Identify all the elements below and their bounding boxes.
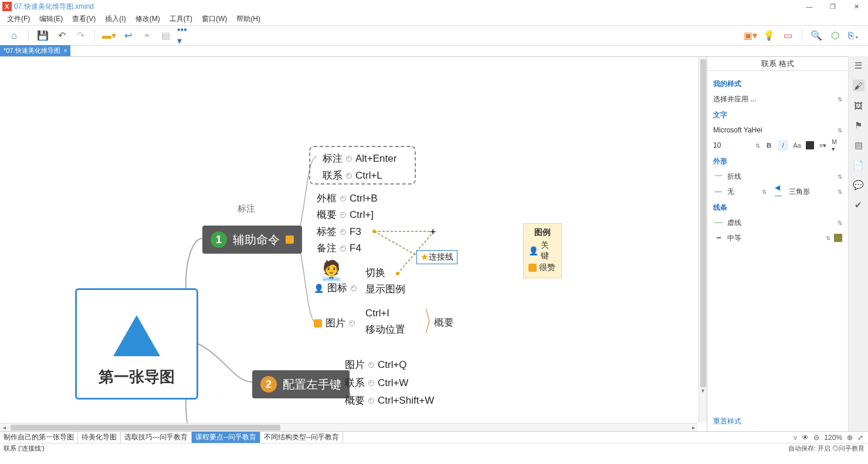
expand-icon[interactable]	[346, 156, 352, 162]
callout-label[interactable]: 标注	[238, 203, 255, 214]
menu-file[interactable]: 文件(F)	[2, 14, 35, 24]
sheet-tab-1[interactable]: 制作自己的第一张导图	[0, 432, 78, 443]
redo-icon[interactable]: ↷	[73, 29, 87, 43]
mindmap-canvas[interactable]: 第一张导图 标注 1 辅助命令 2 配置左手键 3 画布操作 标注Alt+Ent…	[0, 56, 707, 431]
sheet-tab-2[interactable]: 待美化导图	[78, 432, 121, 443]
zoom-level[interactable]: 120%	[824, 434, 842, 442]
leaf-biaozhu[interactable]: 标注Alt+Enter	[323, 152, 396, 165]
line-color-swatch[interactable]	[834, 234, 842, 242]
chevron-down-icon[interactable]: ⇅	[838, 189, 842, 195]
arrow-start-select[interactable]: 无	[727, 187, 734, 197]
more-icon[interactable]: ••• ▾	[177, 29, 191, 43]
case-button[interactable]: Aa	[792, 140, 802, 151]
document-tab-close[interactable]: ×	[64, 47, 67, 54]
expand-icon[interactable]	[368, 398, 374, 404]
fit-button[interactable]: ⤢	[857, 434, 863, 442]
sheet-tab-5[interactable]: 不同结构类型--问乎教育	[260, 432, 343, 443]
leaf-tupian-sub1[interactable]: Ctrl+I	[365, 308, 389, 319]
leaf-lianxi[interactable]: 联系Ctrl+L	[323, 169, 382, 182]
line-weight-select[interactable]: ━中等⇅	[713, 230, 842, 245]
flag-icon[interactable]: ⚑	[853, 120, 864, 131]
close-button[interactable]: ✕	[845, 0, 868, 13]
summary-label[interactable]: 概要	[434, 316, 454, 329]
font-select[interactable]: Microsoft YaHei⇅	[713, 122, 842, 138]
leaf-tupian[interactable]: 图片	[314, 316, 355, 330]
expand-icon[interactable]	[346, 173, 352, 179]
zoom-out-button[interactable]: ⊖	[813, 434, 819, 442]
card-icon[interactable]: ▭	[781, 29, 795, 43]
expand-icon[interactable]	[340, 245, 346, 251]
leaf-tubiao-sub1[interactable]: 切换	[365, 266, 385, 279]
leaf-beizhu[interactable]: 备注F4	[317, 241, 361, 255]
branch-1[interactable]: 1 辅助命令	[202, 226, 302, 254]
font-color-swatch[interactable]	[806, 141, 814, 149]
line-style-select[interactable]: ┄┄虚线⇅	[713, 215, 842, 230]
chevron-down-icon[interactable]: ⇅	[762, 189, 767, 195]
leaf-b2-gaiyao[interactable]: 概要Ctrl+Shift+W	[345, 394, 434, 407]
visibility-icon[interactable]: 👁	[802, 434, 809, 442]
horizontal-scrollbar[interactable]: ◂▸	[0, 423, 697, 431]
menu-insert[interactable]: 插入(I)	[100, 14, 130, 24]
mystyle-select[interactable]: 选择并应用 ...⇅	[713, 91, 842, 107]
expand-icon[interactable]	[349, 320, 355, 326]
expand-icon[interactable]	[368, 380, 374, 386]
branch-2[interactable]: 2 配置左手键	[252, 370, 350, 398]
maximize-button[interactable]: ❐	[821, 0, 845, 13]
export-icon[interactable]: ⎘▾	[847, 29, 861, 43]
leaf-waikuang[interactable]: 外框Ctrl+B	[317, 192, 378, 205]
menu-help[interactable]: 帮助(H)	[232, 14, 265, 24]
share-icon[interactable]: ⬡	[828, 29, 842, 43]
link-icon[interactable]: ⚭	[140, 29, 154, 43]
expand-icon[interactable]	[368, 362, 374, 368]
shape-style-select[interactable]: 〰折线⇅	[713, 169, 842, 184]
leaf-tubiao[interactable]: 👤图标	[314, 281, 357, 295]
expand-icon[interactable]	[340, 196, 346, 202]
leaf-tupian-sub2[interactable]: 移动位置	[365, 323, 405, 336]
document-tab[interactable]: *07.快速美化维导图 ×	[0, 45, 70, 56]
menu-modify[interactable]: 修改(M)	[131, 14, 165, 24]
expand-icon[interactable]	[340, 229, 346, 235]
format-icon[interactable]: 🖌	[853, 80, 864, 91]
menu-tools[interactable]: 工具(T)	[165, 14, 197, 24]
folder-icon[interactable]: ▬▾	[102, 29, 116, 43]
menu-view[interactable]: 查看(V)	[67, 14, 100, 24]
present-icon[interactable]: ▣▾	[743, 29, 757, 43]
manual-button[interactable]: M ▾	[832, 140, 842, 151]
leaf-gaiyao[interactable]: 概要Ctrl+]	[317, 208, 374, 221]
vertical-scrollbar[interactable]: ▾	[699, 57, 707, 423]
arrow-end-select[interactable]: 三角形	[789, 187, 810, 197]
leaf-b2-lianxi[interactable]: 联系Ctrl+W	[345, 376, 408, 390]
outline-icon[interactable]: ☰	[853, 60, 864, 71]
zoom-in-button[interactable]: ⊕	[847, 434, 853, 442]
leaf-tubiao-sub2[interactable]: 显示图例	[365, 282, 405, 296]
save-icon[interactable]: 💾	[36, 29, 50, 43]
sheet-tab-3[interactable]: 选取技巧---问乎教育	[121, 432, 192, 443]
leaf-b2-tupian[interactable]: 图片Ctrl+Q	[345, 358, 407, 371]
menu-window[interactable]: 窗口(W)	[197, 14, 232, 24]
idea-icon[interactable]: 💡	[762, 29, 776, 43]
sheet-tab-4[interactable]: 课程要点--问乎教育	[192, 432, 260, 443]
italic-button[interactable]: I	[778, 140, 788, 151]
notes-icon[interactable]: 📄	[853, 159, 864, 171]
minimize-button[interactable]: —	[798, 0, 821, 13]
task-icon[interactable]: ✔	[853, 199, 864, 211]
revert-icon[interactable]: ↩	[121, 29, 135, 43]
relationship-label[interactable]: ★连接线	[416, 250, 457, 264]
home-icon[interactable]: ⌂	[7, 29, 21, 43]
legend-box[interactable]: 图例 👤关键 很赞	[523, 223, 562, 278]
chevron-down-icon[interactable]: ⇅	[755, 142, 760, 149]
bold-button[interactable]: B	[764, 140, 774, 151]
clipboard-icon[interactable]: ▤	[853, 139, 864, 151]
expand-icon[interactable]	[340, 212, 346, 218]
root-topic[interactable]: 第一张导图	[75, 288, 198, 400]
search-icon[interactable]: 🔍	[809, 29, 823, 43]
comments-icon[interactable]: 💬	[853, 179, 864, 191]
note-icon[interactable]: ▤	[158, 29, 172, 43]
reset-style-link[interactable]: 重置样式	[707, 412, 848, 431]
leaf-biaoqian[interactable]: 标签F3	[317, 225, 361, 238]
undo-icon[interactable]: ↶	[55, 29, 69, 43]
font-size-input[interactable]: 10	[713, 141, 737, 149]
image-icon[interactable]: 🖼	[853, 100, 864, 111]
expand-icon[interactable]	[351, 285, 357, 291]
align-button[interactable]: ≡▾	[818, 140, 828, 151]
